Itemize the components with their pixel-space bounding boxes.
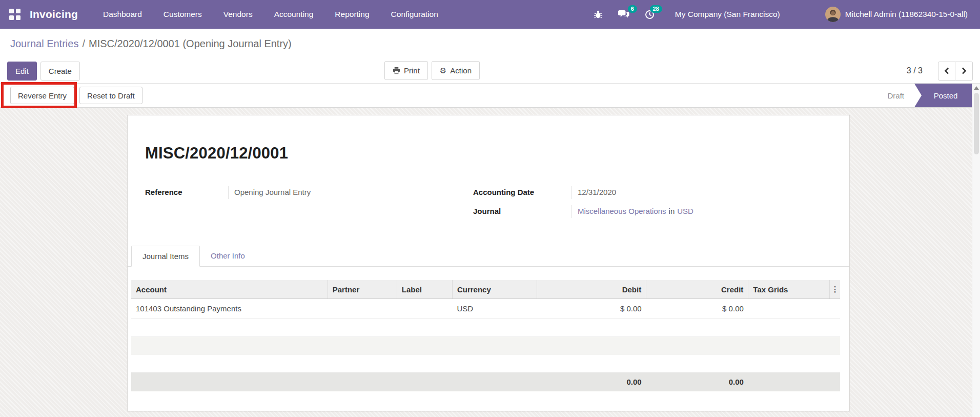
total-debit: 0.00 bbox=[537, 372, 646, 391]
control-panel: Edit Create Print ⚙ Action 3 / 3 bbox=[0, 58, 980, 83]
nav-vendors[interactable]: Vendors bbox=[213, 0, 263, 29]
gear-icon: ⚙ bbox=[440, 67, 446, 74]
vertical-ellipsis-icon: ⋮ bbox=[831, 285, 839, 293]
notebook: Journal Items Other Info Account Partner… bbox=[128, 246, 849, 391]
cell-currency: USD bbox=[452, 299, 537, 319]
pager-count[interactable]: 3 / 3 bbox=[907, 66, 923, 75]
pager: 3 / 3 bbox=[907, 62, 973, 81]
activities-badge: 28 bbox=[650, 5, 662, 13]
navbar-right: 6 28 My Company (San Francisco) Mitchell… bbox=[578, 7, 980, 22]
chevron-left-icon bbox=[944, 67, 950, 75]
journal-items-table: Account Partner Label Currency Debit Cre… bbox=[131, 280, 840, 391]
status-draft[interactable]: Draft bbox=[887, 91, 904, 100]
col-debit[interactable]: Debit bbox=[537, 280, 646, 299]
table-row[interactable]: 101403 Outstanding Payments USD $ 0.00 $… bbox=[131, 299, 840, 319]
col-tax-grids[interactable]: Tax Grids bbox=[748, 280, 830, 299]
col-currency[interactable]: Currency bbox=[452, 280, 537, 299]
action-button[interactable]: ⚙ Action bbox=[432, 61, 480, 80]
apps-grid-icon[interactable] bbox=[9, 9, 21, 20]
nav-reporting[interactable]: Reporting bbox=[324, 0, 380, 29]
content-area: MISC/2020/12/0001 Reference Opening Jour… bbox=[0, 108, 980, 417]
status-posted[interactable]: Posted bbox=[914, 84, 972, 107]
avatar bbox=[825, 7, 841, 22]
group-row bbox=[131, 337, 840, 355]
toggle-columns-button[interactable]: ⋮ bbox=[830, 280, 840, 299]
nav-customers[interactable]: Customers bbox=[153, 0, 213, 29]
company-menu[interactable]: My Company (San Francisco) bbox=[675, 10, 780, 19]
messages-badge: 6 bbox=[628, 5, 637, 13]
action-label: Action bbox=[450, 66, 472, 75]
printer-icon bbox=[393, 67, 400, 74]
notebook-tabs: Journal Items Other Info bbox=[128, 246, 849, 267]
breadcrumb-separator: / bbox=[82, 38, 85, 50]
main-menu: Dashboard Customers Vendors Accounting R… bbox=[92, 0, 449, 29]
reference-value: Opening Journal Entry bbox=[228, 186, 473, 199]
journal-currency-link[interactable]: USD bbox=[677, 207, 693, 215]
journal-connector: in bbox=[669, 207, 675, 215]
user-name: Mitchell Admin (11862340-15-0-all) bbox=[845, 10, 968, 19]
cell-partner bbox=[328, 299, 397, 319]
reverse-entry-button[interactable]: Reverse Entry bbox=[10, 87, 74, 104]
total-credit: 0.00 bbox=[646, 372, 748, 391]
tab-journal-items[interactable]: Journal Items bbox=[131, 246, 200, 267]
accounting-date-label: Accounting Date bbox=[473, 186, 571, 199]
breadcrumb: Journal Entries / MISC/2020/12/0001 (Ope… bbox=[0, 29, 980, 58]
top-navbar: Invoicing Dashboard Customers Vendors Ac… bbox=[0, 0, 980, 29]
entry-title: MISC/2020/12/0001 bbox=[145, 144, 832, 163]
chevron-right-icon bbox=[961, 67, 967, 75]
pager-previous-button[interactable] bbox=[938, 62, 955, 81]
status-widget: Draft Posted bbox=[887, 84, 980, 107]
activities-button[interactable]: 28 bbox=[645, 10, 655, 19]
scrollbar-thumb[interactable] bbox=[974, 93, 979, 154]
center-actions: Print ⚙ Action bbox=[384, 61, 480, 80]
col-partner[interactable]: Partner bbox=[328, 280, 397, 299]
nav-configuration[interactable]: Configuration bbox=[380, 0, 449, 29]
nav-accounting[interactable]: Accounting bbox=[263, 0, 324, 29]
reset-to-draft-button[interactable]: Reset to Draft bbox=[79, 87, 142, 104]
empty-row bbox=[131, 319, 840, 337]
tab-other-info[interactable]: Other Info bbox=[200, 246, 256, 266]
vertical-scrollbar[interactable] bbox=[972, 84, 980, 417]
table-header-row: Account Partner Label Currency Debit Cre… bbox=[131, 280, 840, 299]
col-label[interactable]: Label bbox=[397, 280, 452, 299]
journal-link[interactable]: Miscellaneous Operations bbox=[578, 207, 666, 215]
cell-account: 101403 Outstanding Payments bbox=[131, 299, 328, 319]
statusbar: Reverse Entry Reset to Draft Draft Poste… bbox=[0, 83, 980, 108]
print-button[interactable]: Print bbox=[384, 61, 428, 80]
debug-button[interactable] bbox=[594, 10, 603, 19]
breadcrumb-current: MISC/2020/12/0001 (Opening Journal Entry… bbox=[89, 38, 292, 50]
navbar-left: Invoicing Dashboard Customers Vendors Ac… bbox=[0, 0, 449, 29]
scroll-up-icon[interactable] bbox=[974, 86, 979, 90]
edit-button[interactable]: Edit bbox=[7, 62, 37, 81]
cell-credit: $ 0.00 bbox=[646, 299, 748, 319]
col-credit[interactable]: Credit bbox=[646, 280, 748, 299]
nav-dashboard[interactable]: Dashboard bbox=[92, 0, 153, 29]
app-name: Invoicing bbox=[30, 8, 78, 21]
cell-label bbox=[397, 299, 452, 319]
chat-icon bbox=[618, 10, 629, 19]
accounting-date-value: 12/31/2020 bbox=[571, 186, 832, 199]
totals-row: 0.00 0.00 bbox=[131, 372, 840, 391]
field-groups: Reference Opening Journal Entry Accounti… bbox=[128, 163, 849, 224]
cell-debit: $ 0.00 bbox=[537, 299, 646, 319]
bug-icon bbox=[594, 10, 603, 19]
col-account[interactable]: Account bbox=[131, 280, 328, 299]
journal-label: Journal bbox=[473, 205, 571, 218]
spacer-row bbox=[131, 355, 840, 372]
create-button[interactable]: Create bbox=[40, 62, 80, 81]
reference-label: Reference bbox=[145, 186, 228, 199]
pager-next-button[interactable] bbox=[955, 62, 973, 81]
messages-button[interactable]: 6 bbox=[618, 10, 629, 19]
journal-value: Miscellaneous OperationsinUSD bbox=[571, 205, 832, 218]
user-menu[interactable]: Mitchell Admin (11862340-15-0-all) bbox=[825, 7, 968, 22]
breadcrumb-journal-entries[interactable]: Journal Entries bbox=[10, 38, 78, 50]
print-label: Print bbox=[404, 66, 420, 75]
cell-tax-grids bbox=[748, 299, 830, 319]
form-sheet: MISC/2020/12/0001 Reference Opening Jour… bbox=[127, 115, 850, 411]
